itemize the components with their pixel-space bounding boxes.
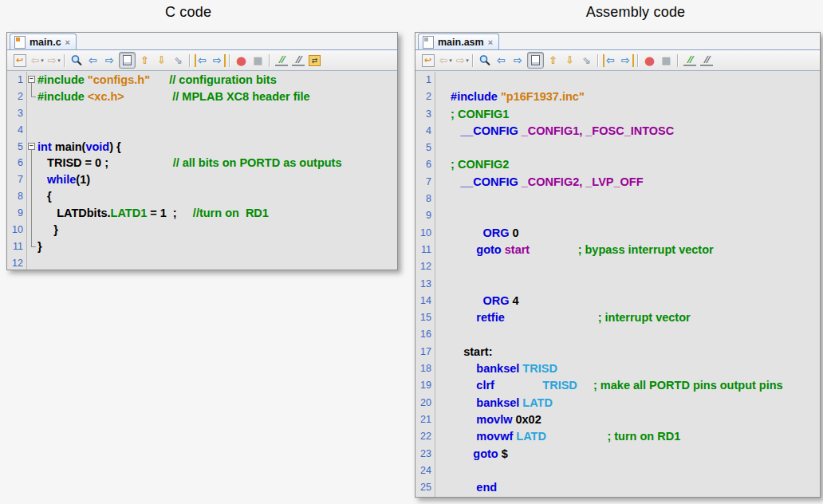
shift-left-button[interactable]: ⇦ [194,53,209,68]
line-number[interactable]: 15 [415,309,435,326]
line-number[interactable]: 11 [415,242,435,258]
chevron-down-icon[interactable]: ▾ [41,57,44,64]
code-text[interactable]: LATDbits.LATD1 = 1 ; //turn on RD1 [37,205,397,222]
line-number[interactable]: 6 [415,156,435,173]
code-text[interactable]: banksel LATD [441,395,820,411]
line-number[interactable]: 9 [415,207,435,224]
line-number[interactable]: 26 [415,496,435,497]
stop-macro-button[interactable]: ■ [659,53,674,68]
line-number[interactable]: 1 [415,72,435,89]
find-next-button[interactable]: ⇨ [510,53,526,68]
code-text[interactable]: #include "configs.h" // configuration bi… [37,72,397,89]
code-text[interactable]: while(1) [37,171,397,188]
find-button[interactable] [69,53,84,68]
line-number[interactable]: 24 [415,463,435,479]
line-number[interactable]: 4 [415,123,435,140]
shift-right-button[interactable]: ⇨ [619,53,634,68]
line-number[interactable]: 5 [415,140,435,156]
shift-right-button[interactable]: ⇨ [211,53,226,68]
line-number[interactable]: 13 [415,276,435,293]
line-number[interactable]: 10 [7,222,27,238]
line-number[interactable]: 23 [415,446,435,463]
line-number[interactable]: 21 [415,411,435,428]
code-text[interactable]: ORG 0 [441,225,820,242]
code-text[interactable]: ; CONFIG1 [441,106,820,123]
code-text[interactable]: banksel TRISD [441,360,820,377]
code-text[interactable]: movwf LATD ; turn on RD1 [441,428,820,445]
fold-box-icon[interactable] [27,72,37,89]
line-number[interactable]: 19 [415,377,435,394]
code-text[interactable]: } [37,238,397,255]
line-number[interactable]: 17 [415,344,435,360]
fold-box-icon[interactable] [27,139,37,156]
forward-button[interactable]: ⇨▾ [45,53,61,68]
line-number[interactable]: 7 [415,174,435,191]
toggle-bookmark-button[interactable]: ⇘ [579,53,594,68]
code-text[interactable] [37,255,397,270]
tab-main-c[interactable]: main.c [10,33,77,49]
code-text[interactable]: retfie ; interrupt vector [441,309,820,326]
code-text[interactable]: #include <xc.h> // MPLAB XC8 header file [37,89,397,105]
code-text[interactable] [441,326,820,343]
code-text[interactable] [37,122,397,139]
line-number[interactable]: 22 [415,428,435,445]
line-number[interactable]: 2 [415,89,435,105]
chevron-down-icon[interactable]: ▾ [466,57,469,64]
header-source-button[interactable]: ⇄ [307,53,322,68]
code-text[interactable]: } [37,222,397,238]
comment-button[interactable]: // [682,53,697,68]
code-text[interactable] [37,105,397,122]
close-icon[interactable] [488,38,493,46]
forward-button[interactable]: ⇨▾ [454,53,469,68]
toggle-bookmark-button[interactable]: ⇘ [171,53,186,68]
back-button[interactable]: ⇦▾ [437,53,452,68]
next-bookmark-button[interactable]: ⇩ [562,53,577,68]
previous-bookmark-button[interactable]: ⇧ [545,53,561,68]
start-macro-button[interactable]: ● [642,53,657,68]
code-text[interactable] [441,140,820,156]
find-button[interactable] [477,53,492,68]
code-text[interactable] [441,72,820,89]
code-text[interactable]: clrf TRISD ; make all PORTD pins output … [441,377,820,394]
last-edit-button[interactable]: ↩ [12,53,27,68]
line-number[interactable]: 6 [7,155,27,171]
line-number[interactable]: 1 [7,72,27,89]
uncomment-button[interactable]: // [699,53,714,68]
code-text[interactable]: #include "p16F1937.inc" [441,89,820,105]
code-area[interactable]: 12 #include "p16F1937.inc"3 ; CONFIG14 _… [415,71,820,497]
code-text[interactable]: __CONFIG _CONFIG1, _FOSC_INTOSC [441,123,820,140]
line-number[interactable]: 12 [7,255,27,270]
code-text[interactable] [441,463,820,479]
line-number[interactable]: 10 [415,225,435,242]
line-number[interactable]: 18 [415,360,435,377]
back-button[interactable]: ⇦▾ [29,53,44,68]
line-number[interactable]: 9 [7,205,27,222]
toggle-highlight-button[interactable] [527,53,544,68]
line-number[interactable]: 8 [415,191,435,207]
toggle-highlight-button[interactable] [119,53,136,68]
stop-macro-button[interactable]: ■ [250,53,266,68]
code-text[interactable]: int main(void) { [37,139,397,156]
line-number[interactable]: 8 [7,188,27,205]
code-text[interactable]: goto $ [441,446,820,463]
close-icon[interactable] [65,38,70,46]
start-macro-button[interactable]: ● [234,53,249,68]
code-text[interactable]: __CONFIG _CONFIG2, _LVP_OFF [441,174,820,191]
previous-bookmark-button[interactable]: ⇧ [137,53,152,68]
line-number[interactable]: 4 [7,122,27,139]
comment-button[interactable]: // [274,53,289,68]
code-text[interactable]: TRISD = 0 ; // all bits on PORTD as outp… [37,155,397,171]
line-number[interactable]: 5 [7,139,27,156]
find-previous-button[interactable]: ⇦ [494,53,509,68]
line-number[interactable]: 25 [415,479,435,496]
code-area[interactable]: 1#include "configs.h" // configuration b… [7,71,397,270]
code-text[interactable]: goto start ; bypass interrupt vector [441,242,820,258]
find-next-button[interactable]: ⇨ [102,53,117,68]
tab-main-asm[interactable]: main.asm [418,33,499,49]
code-text[interactable]: ; CONFIG2 [441,156,820,173]
last-edit-button[interactable]: ↩ [420,53,435,68]
code-text[interactable]: ORG 4 [441,293,820,309]
chevron-down-icon[interactable]: ▾ [449,57,452,64]
shift-left-button[interactable]: ⇦ [602,53,617,68]
chevron-down-icon[interactable]: ▾ [57,57,61,64]
